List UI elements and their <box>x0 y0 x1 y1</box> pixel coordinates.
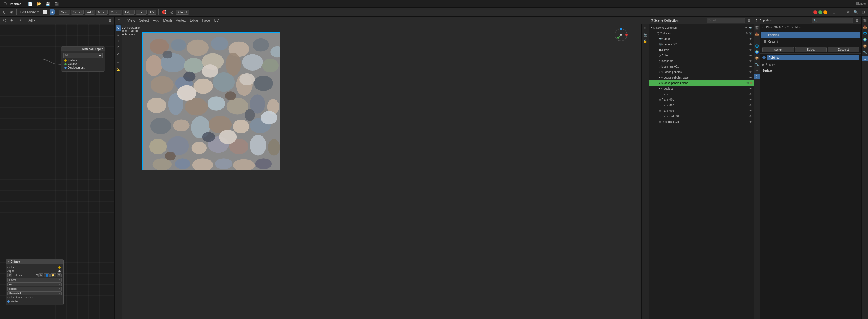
overlay-btn[interactable]: ☰ <box>838 9 844 14</box>
filter-all-dropdown[interactable]: All ▾ <box>27 18 37 23</box>
side-material-icon[interactable]: ⬡ <box>862 56 868 61</box>
open-file-btn[interactable]: 📂 <box>35 1 42 6</box>
diffuse-preview-icon[interactable]: 🖼 <box>7 273 12 278</box>
outliner-camera-001[interactable]: 📷 Camera.001 👁 <box>649 41 753 47</box>
mesh-btn[interactable]: Mesh <box>162 18 173 23</box>
edge-btn[interactable]: Edge <box>188 18 199 23</box>
face-btn[interactable]: Face <box>200 18 211 23</box>
outliner-icosphere[interactable]: ◇ Icosphere 👁 <box>649 58 753 64</box>
scale-tool[interactable]: ⤢ <box>116 51 121 56</box>
viewport-shading[interactable]: ⬜ <box>41 9 49 14</box>
new-file-btn[interactable]: 📄 <box>27 1 34 6</box>
all-dropdown[interactable]: All <box>63 53 102 58</box>
annotate-tool[interactable]: ✏ <box>116 60 121 65</box>
vertex-btn[interactable]: Vertex <box>174 18 187 23</box>
blender-logo[interactable]: ⬡ <box>2 1 8 6</box>
viewport-zoom-in[interactable]: + <box>643 306 648 312</box>
eye-icon[interactable]: 👁 <box>749 49 752 52</box>
eye-icon[interactable]: 👁 <box>746 82 749 85</box>
filter-icon[interactable]: ⊟ <box>750 82 752 85</box>
render-btn[interactable]: 🎬 <box>53 1 60 6</box>
eye-icon[interactable]: 👁 <box>749 37 752 40</box>
view-btn[interactable]: View <box>126 18 136 23</box>
eye-icon[interactable]: 👁 <box>749 54 752 57</box>
eye-icon[interactable]: 👁 <box>749 104 752 107</box>
viewport-cam-btn[interactable]: 📷 <box>643 32 648 37</box>
particles-tab[interactable]: ✦ <box>754 67 760 73</box>
node-shader-mode[interactable]: ◈ <box>8 18 14 23</box>
edge-menu[interactable]: Edge <box>123 10 134 14</box>
diffuse-folder-btn[interactable]: 📁 <box>50 273 56 277</box>
node-view-btn[interactable]: ⊞ <box>107 18 113 23</box>
workspace-layout[interactable]: ⊞ <box>831 9 837 14</box>
eye-icon[interactable]: 👁 <box>749 59 752 62</box>
eye-icon[interactable]: 👁 <box>749 70 752 74</box>
deselect-btn[interactable]: Deselect <box>828 47 859 52</box>
material-tab[interactable]: ⬡ <box>754 74 760 79</box>
outliner-unapplied-gn[interactable]: ▭ Unapplied GN 👁 <box>649 119 753 124</box>
preview-toggle[interactable]: ▶ Preview <box>763 62 859 67</box>
shading-solid[interactable]: ● <box>50 9 55 14</box>
viewport-gizmo[interactable]: 2 <box>613 27 632 46</box>
outliner-camera[interactable]: 📷 Camera 👁 <box>649 36 753 41</box>
props-search[interactable] <box>812 18 853 23</box>
collection-item[interactable]: ▾ ⬡ Collection 👁 📷 <box>649 30 753 36</box>
face-menu[interactable]: Face <box>136 10 147 14</box>
outliner-loose-pebbles-base[interactable]: ▾ ▽ Loose pebbles base 👁 <box>649 75 753 80</box>
viewport-zoom-out[interactable]: − <box>643 312 648 318</box>
outliner-plane-001[interactable]: ▭ Plane.001 👁 <box>649 97 753 103</box>
snap-btn[interactable]: 🧲 <box>160 9 168 14</box>
eye-icon[interactable]: 👁 <box>749 93 752 96</box>
global-dropdown[interactable]: Global <box>176 10 189 14</box>
generated-dropdown[interactable]: Generated ▾ <box>7 291 62 295</box>
node-editor-toggle[interactable]: ⬡ <box>2 18 7 23</box>
flat-dropdown[interactable]: Flat ▾ <box>7 283 62 286</box>
ground-material-item[interactable]: Ground <box>761 38 860 45</box>
viewport-type-btn[interactable]: ⬡ <box>116 18 122 23</box>
uv-menu[interactable]: UV <box>148 10 156 14</box>
render-tab[interactable]: 🎬 <box>754 25 760 30</box>
assign-btn[interactable]: Assign <box>763 47 794 52</box>
outliner-circle[interactable]: ⬤ Circle 👁 <box>649 47 753 53</box>
measure-tool[interactable]: 📐 <box>116 66 121 72</box>
repeat-dropdown[interactable]: Repeat ▾ <box>7 287 62 291</box>
search-top[interactable]: 🔍 <box>852 9 860 14</box>
eye-icon[interactable]: 👁 <box>749 109 752 112</box>
object-tab[interactable]: 📦 <box>754 55 760 61</box>
eye-icon[interactable]: 👁 <box>749 98 752 101</box>
props-filter-btn[interactable]: ⊟ <box>854 18 860 23</box>
outliner-plane[interactable]: ▭ Plane 👁 <box>649 91 753 97</box>
eye-icon[interactable]: 👁 <box>745 26 748 29</box>
eye-icon[interactable]: 👁 <box>749 120 752 123</box>
material-name-input[interactable] <box>767 55 859 60</box>
side-render-icon[interactable]: 🎬 <box>862 18 868 23</box>
mode-dropdown[interactable]: Edit Mode ▾ <box>19 9 40 14</box>
view-menu[interactable]: View <box>59 10 70 14</box>
viewport-lock-btn[interactable]: 🔒 <box>643 38 648 44</box>
rotate-tool[interactable]: ↺ <box>116 45 121 50</box>
select-menu[interactable]: Select <box>71 10 84 14</box>
side-world-icon[interactable]: 🌍 <box>862 37 868 42</box>
pebbles-material-item[interactable]: Pebbles <box>761 32 860 38</box>
view-layer-tab[interactable]: ⊞ <box>754 37 760 42</box>
cursor-tool[interactable]: ⊕ <box>116 32 121 37</box>
outliner-loose-pebbles-plane[interactable]: ▾ ▽ loose pebbles plane 👁 ⊟ <box>649 80 753 86</box>
add-menu[interactable]: Add <box>85 10 95 14</box>
diffuse-user-btn[interactable]: 👤 <box>44 273 50 277</box>
scene-collection-item[interactable]: ▾ ⬡ Scene Collection 👁 📷 <box>649 25 753 30</box>
filter-top[interactable]: ⊟ <box>861 9 866 14</box>
add-btn[interactable]: Add <box>151 18 160 23</box>
side-scene-icon[interactable]: 🌐 <box>862 30 868 36</box>
outliner-loose-pebbles[interactable]: ▾ ▽ Loose pebbles 👁 <box>649 69 753 75</box>
diffuse-copy-btn[interactable]: ⊕ <box>38 273 43 277</box>
eye-icon[interactable]: 👁 <box>749 65 752 68</box>
sel-btn[interactable]: Select <box>137 18 150 23</box>
eye-icon[interactable]: 👁 <box>749 76 752 79</box>
render-icon[interactable]: 📷 <box>749 26 752 29</box>
viewport-view-btn[interactable]: 👁 <box>643 25 648 31</box>
eye-icon[interactable]: 👁 <box>749 43 752 46</box>
outliner-plane-002[interactable]: ▭ Plane.002 👁 <box>649 103 753 108</box>
node-editor-icon[interactable]: ⬡ <box>2 9 7 14</box>
move-tool[interactable]: ✛ <box>116 38 121 44</box>
add-node-btn[interactable]: + <box>18 18 23 23</box>
